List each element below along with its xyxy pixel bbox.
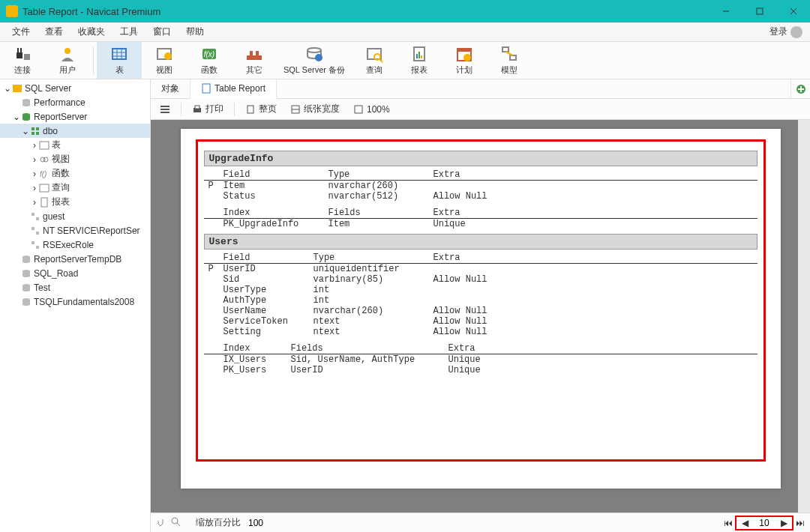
navigation-tree[interactable]: ⌄SQL Server Performance ⌄ReportServer ⌄d… xyxy=(0,79,151,532)
svg-rect-31 xyxy=(458,49,471,52)
svg-rect-43 xyxy=(40,142,49,149)
pct100-button[interactable]: 100% xyxy=(350,103,393,116)
tab-objects[interactable]: 对象 xyxy=(151,79,190,98)
maximize-button[interactable] xyxy=(742,0,776,22)
svg-text:f(): f() xyxy=(40,170,46,178)
report-toolbar: 打印 整页 纸张宽度 100% xyxy=(151,99,810,120)
tool-user[interactable]: 用户 xyxy=(45,42,90,79)
table-row: PK_UpgradeInfoItemUnique xyxy=(204,219,758,230)
tool-schedule[interactable]: 计划 xyxy=(442,42,487,79)
svg-point-32 xyxy=(464,54,471,61)
table-row: AuthTypeint xyxy=(204,295,758,306)
fields-table-users: FieldTypeExtra PUserIDuniqueidentifier S… xyxy=(204,250,758,337)
next-page-button[interactable]: ▶ xyxy=(778,518,789,528)
svg-line-25 xyxy=(380,59,382,62)
schedule-icon xyxy=(455,45,473,63)
tool-query[interactable]: 查询 xyxy=(352,42,397,79)
svg-rect-19 xyxy=(250,51,253,55)
tree-performance[interactable]: Performance xyxy=(0,95,150,109)
plug-icon xyxy=(14,45,32,63)
vertical-scrollbar[interactable] xyxy=(798,120,810,513)
svg-rect-52 xyxy=(36,232,39,235)
last-page-button[interactable]: ⏭ xyxy=(795,518,806,528)
zoom-value-input[interactable] xyxy=(248,518,286,528)
db-icon xyxy=(21,297,32,307)
svg-rect-9 xyxy=(112,49,126,59)
menu-file[interactable]: 文件 xyxy=(4,23,38,40)
svg-rect-29 xyxy=(421,55,422,58)
view-icon xyxy=(155,45,173,63)
menu-icon xyxy=(160,104,170,115)
tree-queries[interactable]: ›查询 xyxy=(0,181,150,195)
tree-sqlserver[interactable]: ⌄SQL Server xyxy=(0,81,150,95)
new-tab-button[interactable] xyxy=(790,79,810,98)
svg-rect-33 xyxy=(502,47,508,52)
menu-help[interactable]: 帮助 xyxy=(178,23,212,40)
hamburger-button[interactable] xyxy=(157,103,173,116)
svg-rect-20 xyxy=(256,51,259,55)
menu-window[interactable]: 窗口 xyxy=(146,23,178,40)
table-title-users: Users xyxy=(204,234,758,250)
schema-icon xyxy=(30,211,40,222)
pan-tool-icon[interactable] xyxy=(155,516,166,529)
table-row: PUserIDuniqueidentifier xyxy=(204,264,758,275)
tree-functions[interactable]: ›f()函数 xyxy=(0,166,150,181)
schema-icon xyxy=(30,126,40,136)
table-row: Sidvarbinary(85)Allow Null xyxy=(204,274,758,285)
wholepage-button[interactable]: 整页 xyxy=(242,101,280,117)
zoom-tool-icon[interactable] xyxy=(170,516,181,529)
tool-function[interactable]: f(x) 函数 xyxy=(187,42,232,79)
table-row: IX_UsersSid, UserName, AuthTypeUnique xyxy=(204,354,758,366)
tree-rsexecrole[interactable]: RSExecRole xyxy=(0,238,150,252)
tree-views[interactable]: ›视图 xyxy=(0,152,150,166)
menu-favorites[interactable]: 收藏夹 xyxy=(70,23,112,40)
pagewidth-icon xyxy=(290,104,301,115)
tree-reportserver[interactable]: ⌄ReportServer xyxy=(0,109,150,124)
svg-point-45 xyxy=(44,157,48,162)
printer-icon xyxy=(192,104,202,115)
tool-other[interactable]: 其它 xyxy=(232,42,277,79)
svg-rect-47 xyxy=(40,184,49,192)
print-button[interactable]: 打印 xyxy=(189,101,226,117)
tool-backup[interactable]: SQL Server 备份 xyxy=(277,42,352,79)
tree-tsqlfund[interactable]: TSQLFundamentals2008 xyxy=(0,294,150,309)
view-icon xyxy=(39,154,50,165)
svg-rect-36 xyxy=(13,85,22,92)
svg-rect-18 xyxy=(247,55,262,60)
server-icon xyxy=(12,83,22,94)
tree-guest[interactable]: guest xyxy=(0,209,150,223)
svg-rect-49 xyxy=(32,213,34,216)
tool-report[interactable]: 报表 xyxy=(397,42,442,79)
menu-view[interactable]: 查看 xyxy=(38,23,70,40)
svg-rect-4 xyxy=(16,52,22,58)
close-button[interactable] xyxy=(776,0,810,22)
login-label: 登录 xyxy=(770,25,788,38)
first-page-button[interactable]: ⏮ xyxy=(723,518,734,528)
prev-page-button[interactable]: ◀ xyxy=(740,518,750,528)
tree-reportservertemp[interactable]: ReportServerTempDB xyxy=(0,252,150,266)
tool-table[interactable]: 表 xyxy=(97,42,142,79)
tree-test[interactable]: Test xyxy=(0,280,150,294)
tool-view[interactable]: 视图 xyxy=(142,42,187,79)
menu-tools[interactable]: 工具 xyxy=(112,23,146,40)
tool-connection[interactable]: 连接 xyxy=(0,42,45,79)
page-number-input[interactable] xyxy=(753,518,776,528)
svg-rect-28 xyxy=(418,52,420,58)
report-viewport[interactable]: UpgradeInfo FieldTypeExtra PItemnvarchar… xyxy=(151,120,810,513)
zoom-label: 缩放百分比 xyxy=(196,516,241,529)
svg-rect-51 xyxy=(32,227,34,230)
tree-tables[interactable]: ›表 xyxy=(0,138,150,152)
table-row: PK_UsersUserIDUnique xyxy=(204,365,758,375)
tree-sqlroad[interactable]: SQL_Road xyxy=(0,266,150,280)
tree-dbo[interactable]: ⌄dbo xyxy=(0,124,150,138)
tree-ntservice[interactable]: NT SERVICE\ReportSer xyxy=(0,223,150,238)
tree-reports[interactable]: ›报表 xyxy=(0,195,150,209)
wholepage-icon xyxy=(245,104,256,115)
tool-model[interactable]: 模型 xyxy=(487,42,532,79)
pagewidth-button[interactable]: 纸张宽度 xyxy=(287,101,343,117)
tab-table-report[interactable]: Table Report xyxy=(190,79,277,99)
login-button[interactable]: 登录 xyxy=(766,23,806,40)
model-icon xyxy=(500,45,518,63)
table-title-upgradeinfo: UpgradeInfo xyxy=(204,151,758,166)
minimize-button[interactable] xyxy=(709,0,742,22)
